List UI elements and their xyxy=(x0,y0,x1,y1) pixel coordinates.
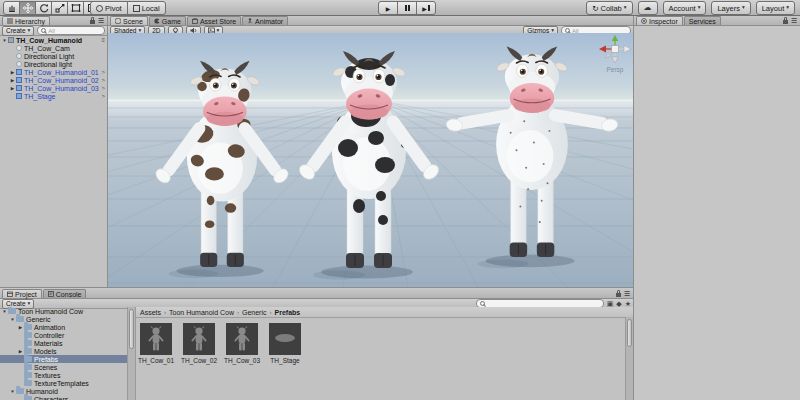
tab-console[interactable]: Console xyxy=(43,289,87,298)
pivot-toggle-button[interactable]: Pivot xyxy=(90,1,128,15)
scale-tool-button[interactable] xyxy=(51,1,68,15)
project-folder-Textures[interactable]: Textures xyxy=(0,371,127,379)
play-button[interactable]: ▶ xyxy=(378,1,398,15)
asset-TH_Cow_03[interactable]: TH_Cow_03 xyxy=(226,323,258,364)
lock-icon[interactable] xyxy=(783,20,788,24)
hierarchy-search-input[interactable]: All xyxy=(37,26,105,35)
project-tree-scrollbar[interactable] xyxy=(127,307,136,400)
expand-arrow[interactable]: ▼ xyxy=(9,389,16,394)
tab-game[interactable]: Game xyxy=(149,16,186,25)
panel-menu-icon[interactable]: ☰ xyxy=(98,17,104,24)
expand-arrow[interactable]: ▶ xyxy=(17,325,24,330)
asset-label: TH_Cow_01 xyxy=(138,357,174,364)
project-folder-Characters[interactable]: Characters xyxy=(0,395,127,400)
panel-menu-icon[interactable]: ☰ xyxy=(624,290,630,297)
step-button[interactable]: ▶ xyxy=(416,1,436,15)
prefab-cube-icon xyxy=(16,93,22,99)
prefab-cube-icon xyxy=(16,69,22,75)
layout-button[interactable]: Layout▾ xyxy=(756,1,795,15)
asset-label: TH_Cow_03 xyxy=(224,357,260,364)
cloud-button[interactable]: ☁ xyxy=(638,1,658,15)
expand-arrow[interactable]: ▶ xyxy=(9,78,16,83)
perspective-label[interactable]: Persp xyxy=(595,66,633,73)
pause-button[interactable] xyxy=(397,1,417,15)
hierarchy-item-label: TH_Cow_Humanoid xyxy=(16,37,82,44)
hierarchy-item-TH_Cow_Humanoid_02[interactable]: ▶TH_Cow_Humanoid_02> xyxy=(0,76,107,84)
folder-label: Animation xyxy=(34,324,65,331)
hierarchy-item-Directional light[interactable]: Directional light xyxy=(0,60,107,68)
expand-arrow[interactable]: ▶ xyxy=(9,86,16,91)
project-folder-Generic[interactable]: ▼Generic xyxy=(0,315,127,323)
rotate-tool-button[interactable] xyxy=(35,1,52,15)
expand-arrow[interactable]: ▶ xyxy=(9,70,16,75)
row-menu-icon[interactable]: ≡ xyxy=(101,37,107,43)
tab-services[interactable]: Services xyxy=(684,16,721,25)
folder-label: Models xyxy=(34,348,57,355)
project-folder-Scenes[interactable]: Scenes xyxy=(0,363,127,371)
account-button[interactable]: Account▾ xyxy=(663,1,707,15)
asset-TH_Stage[interactable]: TH_Stage xyxy=(269,323,301,364)
gameobject-icon xyxy=(16,45,22,51)
rect-icon xyxy=(71,3,81,13)
gameobject-icon xyxy=(16,61,22,67)
step-icon: ▶ xyxy=(422,5,427,12)
hierarchy-item-TH_Stage[interactable]: TH_Stage> xyxy=(0,92,107,100)
asset-store-icon xyxy=(192,18,198,24)
hierarchy-item-TH_Cow_Humanoid_03[interactable]: ▶TH_Cow_Humanoid_03> xyxy=(0,84,107,92)
scene-viewport[interactable]: Persp xyxy=(108,33,633,287)
tab-inspector[interactable]: Inspector xyxy=(636,16,683,25)
local-toggle-button[interactable]: Local xyxy=(127,1,166,15)
cow-prefab-thumbnail xyxy=(140,323,172,355)
prefab-select-chevron[interactable]: > xyxy=(101,85,107,91)
rect-tool-button[interactable] xyxy=(67,1,84,15)
project-folder-Prefabs[interactable]: Prefabs xyxy=(0,355,127,363)
hierarchy-item-Directional Light[interactable]: Directional Light xyxy=(0,52,107,60)
collab-button[interactable]: ↻Collab▾ xyxy=(586,1,632,15)
asset-TH_Cow_01[interactable]: TH_Cow_01 xyxy=(140,323,172,364)
folder-label: Toon Humanoid Cow xyxy=(18,308,83,315)
tab-hierarchy[interactable]: Hierarchy xyxy=(2,16,50,25)
hierarchy-item-label: TH_Cow_Humanoid_02 xyxy=(24,77,99,84)
project-folder-Humanoid[interactable]: ▼Humanoid xyxy=(0,387,127,395)
hierarchy-item-label: TH_Cow_Humanoid_03 xyxy=(24,85,99,92)
hierarchy-panel: Hierarchy ☰ Create▾ All ▼TH_Cow_Humanoid… xyxy=(0,15,108,287)
panel-menu-icon[interactable]: ☰ xyxy=(791,17,797,24)
project-folder-Controller[interactable]: Controller xyxy=(0,331,127,339)
project-folder-Animation[interactable]: ▶Animation xyxy=(0,323,127,331)
breadcrumb-item[interactable]: Toon Humanoid Cow xyxy=(169,309,234,316)
hierarchy-create-button[interactable]: Create▾ xyxy=(2,26,34,36)
hierarchy-item-TH_Cow_Humanoid_01[interactable]: ▶TH_Cow_Humanoid_01> xyxy=(0,68,107,76)
expand-arrow[interactable]: ▼ xyxy=(9,317,16,322)
cow-prefab-thumbnail xyxy=(183,323,215,355)
expand-arrow[interactable]: ▶ xyxy=(17,349,24,354)
hierarchy-item-TH_Cow_Humanoid[interactable]: ▼TH_Cow_Humanoid≡ xyxy=(0,36,107,44)
prefab-select-chevron[interactable]: > xyxy=(101,77,107,83)
tab-project[interactable]: Project xyxy=(2,289,42,298)
layers-button[interactable]: Layers▾ xyxy=(711,1,750,15)
project-folder-Models[interactable]: ▶Models xyxy=(0,347,127,355)
tab-animator[interactable]: Animator xyxy=(242,16,288,25)
asset-TH_Cow_02[interactable]: TH_Cow_02 xyxy=(183,323,215,364)
project-panel: Project Console ☰ Create▾ ▣ ◆ ★ ▼Toon Hu… xyxy=(0,287,633,400)
hand-tool-button[interactable] xyxy=(3,1,20,15)
breadcrumb-item[interactable]: Assets xyxy=(140,309,161,316)
asset-grid: TH_Cow_01TH_Cow_02TH_Cow_03TH_Stage xyxy=(136,318,633,364)
breadcrumb-item[interactable]: Generic xyxy=(242,309,267,316)
animator-icon xyxy=(247,18,253,24)
breadcrumb-item[interactable]: Prefabs xyxy=(275,309,301,316)
folder-icon xyxy=(16,388,24,394)
prefab-select-chevron[interactable]: > xyxy=(101,93,107,99)
expand-arrow[interactable]: ▼ xyxy=(1,309,8,314)
lock-icon[interactable] xyxy=(90,20,95,24)
move-tool-button[interactable] xyxy=(19,1,36,15)
tab-asset-store[interactable]: Asset Store xyxy=(187,16,241,25)
project-folder-Materials[interactable]: Materials xyxy=(0,339,127,347)
hierarchy-item-TH_Cow_Cam[interactable]: TH_Cow_Cam xyxy=(0,44,107,52)
asset-scrollbar[interactable] xyxy=(625,317,633,400)
prefab-cube-icon xyxy=(16,77,22,83)
prefab-select-chevron[interactable]: > xyxy=(101,69,107,75)
tab-scene[interactable]: Scene xyxy=(110,16,148,25)
breadcrumb-separator: › xyxy=(237,309,239,315)
lock-icon[interactable] xyxy=(616,293,621,297)
expand-arrow[interactable]: ▼ xyxy=(1,38,8,43)
